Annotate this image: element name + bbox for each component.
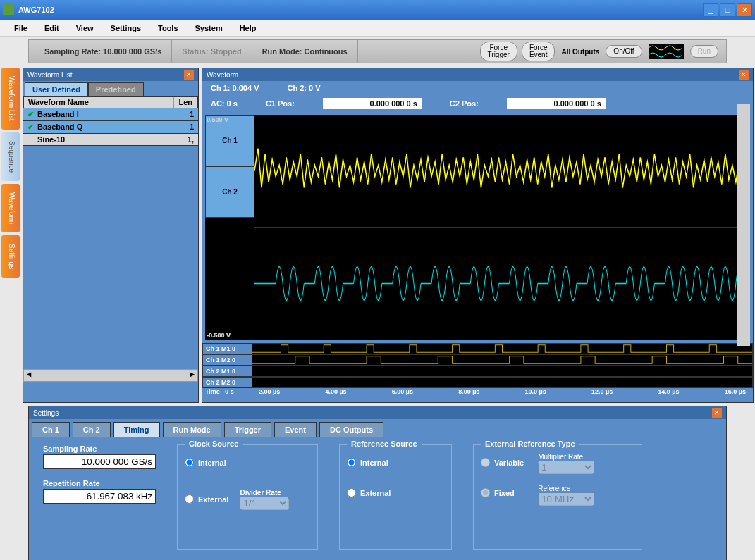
multiplier-rate-select[interactable]: 1 [538,461,594,474]
onoff-button[interactable]: On/Off [606,45,642,58]
reference-source-legend: Reference Source [347,440,422,448]
check-icon: ✔ [27,123,37,132]
c1pos-label: C1 Pos: [266,99,295,108]
waveform-name: Sine-10 [37,135,188,144]
menu-view[interactable]: View [68,24,102,32]
waveform-view-close-icon[interactable]: ✕ [739,70,749,80]
ch1-trace [254,115,750,228]
waveform-view-title: Waveform [207,71,238,79]
menu-file[interactable]: File [6,24,36,32]
waveform-name: Baseband I [37,110,190,119]
delta-c-label: ΔC: 0 s [211,99,238,108]
menu-tools[interactable]: Tools [149,24,187,32]
check-icon [27,135,37,144]
force-event-button[interactable]: Force Event [522,42,555,61]
tab-user-defined[interactable]: User Defined [25,82,88,96]
clock-source-group: Clock Source Internal External Divider R… [177,444,318,550]
waveform-name: Baseband Q [37,123,190,132]
repetition-rate-label: Repetition Rate [43,479,156,487]
divider-rate-label: Divider Rate [240,489,281,497]
marker-row: Ch 1 M2 0 [202,354,753,366]
settings-panel: Settings ✕ Ch 1 Ch 2 Timing Run Mode Tri… [28,406,727,560]
all-outputs-label: All Outputs [561,48,599,56]
horizontal-scrollbar[interactable]: ◄► [23,369,198,382]
ch1-voltage: Ch 1: 0.004 V [211,84,259,92]
divider-rate-select[interactable]: 1/1 [240,497,289,510]
col-length: Len [174,97,197,108]
waveform-len: 1 [190,110,194,119]
variable-radio[interactable] [481,458,490,467]
menu-edit[interactable]: Edit [36,24,68,32]
waveform-row[interactable]: ✔ Baseband I 1 [23,108,198,121]
close-button[interactable]: ✕ [737,3,752,17]
toolbar-run-mode: Run Mode: Continuous [252,40,358,63]
settings-header: Settings ✕ [29,406,726,419]
sampling-rate-input[interactable] [43,454,156,469]
maximize-button[interactable]: □ [720,3,735,17]
window-titlebar: AWG7102 _ □ ✕ [0,0,755,20]
toolbar-sampling-rate: Sampling Rate: 10.000 000 GS/s [35,40,172,63]
ch2-label: 0.500 V Ch 2 -0.500 V [205,166,254,218]
tab-ch2[interactable]: Ch 2 [73,422,111,437]
c2pos-input[interactable]: 0.000 000 0 s [507,98,606,109]
settings-close-icon[interactable]: ✕ [712,408,722,418]
tab-event[interactable]: Event [274,422,317,437]
window-title: AWG7102 [18,6,701,14]
c1pos-input[interactable]: 0.000 000 0 s [323,98,422,109]
external-ref-type-group: External Reference Type Variable Fixed M… [473,444,642,550]
reference-source-group: Reference Source Internal External [339,444,452,550]
settings-title: Settings [33,409,59,417]
waveform-list-close-icon[interactable]: ✕ [184,70,194,80]
waveform-len: 1 [190,123,194,132]
marker-row: Ch 2 M1 0 [202,366,753,377]
tab-predefined[interactable]: Predefined [88,82,144,96]
svg-rect-0 [254,115,750,227]
ref-internal-radio[interactable] [347,458,356,467]
clock-source-legend: Clock Source [185,440,243,448]
left-side-tabs: Waveform List Sequence Waveform Settings [0,66,21,404]
reference-label: Reference [538,485,570,492]
ref-external-radio[interactable] [347,488,356,497]
menu-settings[interactable]: Settings [102,24,149,32]
external-ref-type-legend: External Reference Type [481,440,579,448]
waveform-view-header: Waveform ✕ [202,68,753,81]
tab-timing[interactable]: Timing [113,422,160,437]
sidetab-settings[interactable]: Settings [1,235,20,278]
force-trigger-button[interactable]: Force Trigger [480,42,517,61]
fixed-radio[interactable] [481,488,490,497]
multiplier-rate-label: Multiplier Rate [538,453,583,461]
marker-row: Ch 2 M2 0 [202,377,753,388]
app-icon [3,4,14,15]
sidetab-waveform[interactable]: Waveform [1,184,20,232]
check-icon: ✔ [27,110,37,119]
waveform-preview-icon [649,44,684,59]
clock-internal-radio[interactable] [185,458,194,467]
reference-select[interactable]: 10 MHz [538,492,594,506]
waveform-len: 1, [188,135,194,144]
tab-trigger[interactable]: Trigger [224,422,271,437]
waveform-plot[interactable]: 0.500 V Ch 1 -0.500 V 0.500 V Ch 2 -0.50… [205,115,750,340]
clock-external-radio[interactable] [185,494,194,504]
vertical-scrollbar[interactable] [737,104,750,346]
sidetab-waveform-list[interactable]: Waveform List [1,68,20,130]
time-axis: Time 0 s 2.00 µs 4.00 µs 6.00 µs 8.00 µs… [202,388,753,401]
waveform-row[interactable]: ✔ Baseband Q 1 [23,121,198,134]
ch2-trace [254,228,750,340]
waveform-row[interactable]: Sine-10 1, [23,134,198,146]
menubar: File Edit View Settings Tools System Hel… [0,20,755,37]
tab-ch1[interactable]: Ch 1 [32,422,70,437]
sidetab-sequence[interactable]: Sequence [1,132,20,181]
minimize-button[interactable]: _ [703,3,718,17]
col-waveform-name: Waveform Name [24,97,174,108]
menu-help[interactable]: Help [231,24,265,32]
tab-dc-outputs[interactable]: DC Outputs [319,422,383,437]
tab-run-mode[interactable]: Run Mode [163,422,221,437]
repetition-rate-input[interactable] [43,489,156,504]
marker-row: Ch 1 M1 0 [202,343,753,354]
run-button[interactable]: Run [690,45,718,58]
menu-system[interactable]: System [187,24,231,32]
waveform-table-header: Waveform Name Len [23,96,198,108]
waveform-list-title: Waveform List [27,71,73,79]
toolbar-status: Status: Stopped [172,40,252,63]
sampling-rate-label: Sampling Rate [43,444,156,453]
